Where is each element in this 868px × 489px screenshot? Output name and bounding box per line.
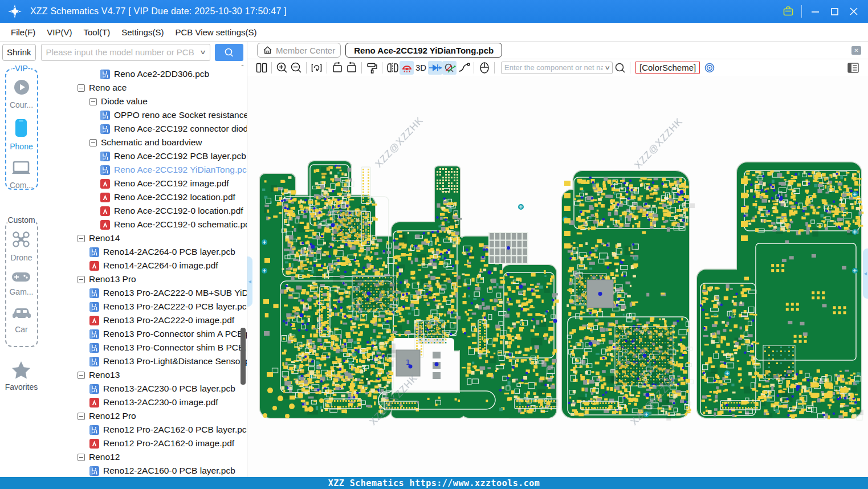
- collapse-minus-icon[interactable]: [78, 276, 85, 283]
- tree-group[interactable]: Reno13 Pro: [43, 272, 247, 286]
- tree-item[interactable]: Reno13 Pro-2AC222-0 PCB layer.pcb: [43, 300, 247, 313]
- rail-item-computer[interactable]: Com...: [10, 160, 33, 190]
- pcb-viewport[interactable]: XZZ@XZZHK XZZ@XZZHK XZZ@XZZHK XZZ@XZZHK …: [247, 76, 868, 477]
- car-icon: [11, 305, 32, 323]
- favorites-item[interactable]: Favorites: [5, 361, 38, 392]
- menu-toolt[interactable]: Tool(T): [78, 27, 116, 37]
- tree-item[interactable]: Reno13 Pro-Connector shim B PCB.pcb: [43, 341, 247, 354]
- tree-item[interactable]: Reno Ace-2CC192-0 location.pdf: [43, 204, 247, 218]
- tree-item[interactable]: Reno13 Pro-2AC222-0 MB+SUB YiDianTong.pc…: [43, 286, 247, 300]
- tree-item[interactable]: Reno Ace-2CC192 PCB layer.pcb: [43, 149, 247, 163]
- rail-item-car[interactable]: Car: [11, 305, 32, 334]
- pcb-canvas[interactable]: [247, 76, 868, 477]
- layers-panel-icon[interactable]: [846, 61, 860, 75]
- flip-horizontal-icon[interactable]: [385, 61, 400, 75]
- eye-visibility-icon[interactable]: [702, 61, 716, 75]
- tree-group[interactable]: Reno12 Pro: [43, 409, 247, 423]
- menu-settingss[interactable]: Settings(S): [116, 27, 169, 37]
- collapse-minus-icon[interactable]: [78, 454, 85, 461]
- colorscheme-button[interactable]: [ColorScheme]: [635, 62, 700, 74]
- tree-item[interactable]: Reno12-2AC160-0 PCB layer.pcb: [43, 464, 247, 477]
- tree-group[interactable]: Reno14: [43, 231, 247, 245]
- pcb-file-icon: [89, 329, 99, 339]
- maximize-button[interactable]: [825, 0, 844, 23]
- paint-roller-icon[interactable]: [365, 61, 379, 75]
- tree-group[interactable]: Reno ace: [43, 81, 247, 95]
- rail-item-gamepad[interactable]: Gam...: [9, 271, 33, 296]
- search-row: Shrink Please input the model number or …: [0, 42, 247, 63]
- rotate-left-icon[interactable]: [330, 61, 344, 75]
- app-logo-icon: [7, 4, 22, 19]
- collapse-panel-left-handle[interactable]: ◄: [247, 256, 252, 307]
- tree-item[interactable]: Reno13 Pro-Connector shim A PCB.pcb: [43, 327, 247, 341]
- search-button[interactable]: [215, 44, 243, 61]
- collapse-minus-icon[interactable]: [78, 413, 85, 420]
- model-search-input[interactable]: Please input the model number or PCB ∨: [41, 44, 210, 61]
- scroll-up-arrow[interactable]: ⌃: [239, 64, 246, 71]
- tree-group[interactable]: Reno13: [43, 368, 247, 382]
- collapse-panel-right-handle[interactable]: ◄: [863, 248, 868, 299]
- menu-pcbviewsettingss[interactable]: PCB View settings(S): [169, 27, 262, 37]
- menu-vipv[interactable]: VIP(V): [41, 27, 78, 37]
- chevron-down-icon[interactable]: ∨: [604, 64, 610, 71]
- component-search-input[interactable]: Enter the component or net name∨: [501, 62, 613, 74]
- star-icon: [11, 361, 31, 381]
- shrink-button[interactable]: Shrink: [2, 44, 36, 61]
- rotate-refresh-icon[interactable]: [309, 61, 324, 75]
- vip-section-label: -VIP-: [12, 64, 31, 73]
- pcb-file-icon: [89, 466, 99, 476]
- tree-item[interactable]: Reno12 Pro-2AC162-0 PCB layer.pcb: [43, 423, 247, 437]
- chevron-down-icon[interactable]: ∨: [199, 48, 206, 56]
- tree-item[interactable]: Reno13 Pro-Light&Distance Sensor.pcb: [43, 354, 247, 368]
- pdf-file-icon: [89, 439, 99, 449]
- rail-item-phone[interactable]: Phone: [10, 119, 32, 151]
- tree-item[interactable]: Reno Ace2-2DD306.pcb: [43, 67, 247, 81]
- close-button[interactable]: [844, 0, 863, 23]
- tree-item[interactable]: Reno14-2AC264-0 image.pdf: [43, 259, 247, 272]
- tree-group[interactable]: Diode value: [43, 95, 247, 108]
- tree-group[interactable]: Schematic and boardview: [43, 136, 247, 149]
- pcb-file-icon: [100, 124, 110, 134]
- tree-item[interactable]: Reno13-2AC230-0 PCB layer.pcb: [43, 382, 247, 396]
- tree-item[interactable]: Reno12 Pro-2AC162-0 image.pdf: [43, 437, 247, 450]
- net-search-icon[interactable]: [613, 61, 627, 75]
- diode-icon[interactable]: [428, 61, 442, 75]
- tree-scrollbar-thumb[interactable]: [241, 328, 246, 385]
- gamepad-icon: [11, 271, 31, 285]
- mode-3d-label-icon[interactable]: 3D: [414, 61, 428, 75]
- vip-briefcase-icon[interactable]: [779, 0, 798, 23]
- rotate-right-icon[interactable]: [344, 61, 358, 75]
- tree-item[interactable]: Reno Ace-2CC192 image.pdf: [43, 177, 247, 190]
- tree-item[interactable]: OPPO reno ace Socket resistance.pcb: [43, 108, 247, 122]
- tree-item[interactable]: Reno Ace-2CC192 location.pdf: [43, 190, 247, 204]
- probe-icon[interactable]: [442, 61, 457, 75]
- mouse-icon[interactable]: [477, 61, 491, 75]
- tree-item[interactable]: Reno13 Pro-2AC222-0 image.pdf: [43, 313, 247, 327]
- tree-item[interactable]: Reno Ace-2CC192-0 schematic.pdf: [43, 218, 247, 231]
- rail-item-play[interactable]: Cour...: [10, 79, 33, 109]
- menu-filef[interactable]: File(F): [5, 27, 41, 37]
- collapse-minus-icon[interactable]: [89, 139, 97, 146]
- split-view-icon[interactable]: [254, 61, 268, 75]
- zoom-in-icon[interactable]: [275, 61, 289, 75]
- pdf-file-icon: [100, 179, 110, 189]
- measure-curve-icon[interactable]: [457, 61, 471, 75]
- open-file-tab[interactable]: Reno Ace-2CC192 YiDianTong.pcb: [345, 43, 502, 58]
- collapse-minus-icon[interactable]: [78, 84, 85, 92]
- minimize-button[interactable]: [805, 0, 825, 23]
- lamp-icon[interactable]: [400, 61, 414, 75]
- collapse-minus-icon[interactable]: [78, 372, 85, 379]
- tree-item[interactable]: Reno Ace-2CC192 YiDianTong.pcb: [43, 163, 247, 177]
- collapse-minus-icon[interactable]: [78, 235, 85, 242]
- rail-item-drone[interactable]: Drone: [10, 230, 32, 262]
- collapse-minus-icon[interactable]: [89, 98, 97, 105]
- custom-section-label: Custom: [7, 215, 35, 225]
- pcb-file-icon: [89, 384, 99, 394]
- close-view-icon[interactable]: ✕: [851, 46, 861, 55]
- zoom-out-icon[interactable]: [289, 61, 303, 75]
- tree-item[interactable]: Reno13-2AC230-0 image.pdf: [43, 396, 247, 409]
- member-center-button[interactable]: Member Center: [257, 43, 341, 58]
- tree-item[interactable]: Reno14-2AC264-0 PCB layer.pcb: [43, 245, 247, 259]
- tree-group[interactable]: Reno12: [43, 450, 247, 464]
- tree-item[interactable]: Reno Ace-2CC192 connector diode.pcb: [43, 122, 247, 136]
